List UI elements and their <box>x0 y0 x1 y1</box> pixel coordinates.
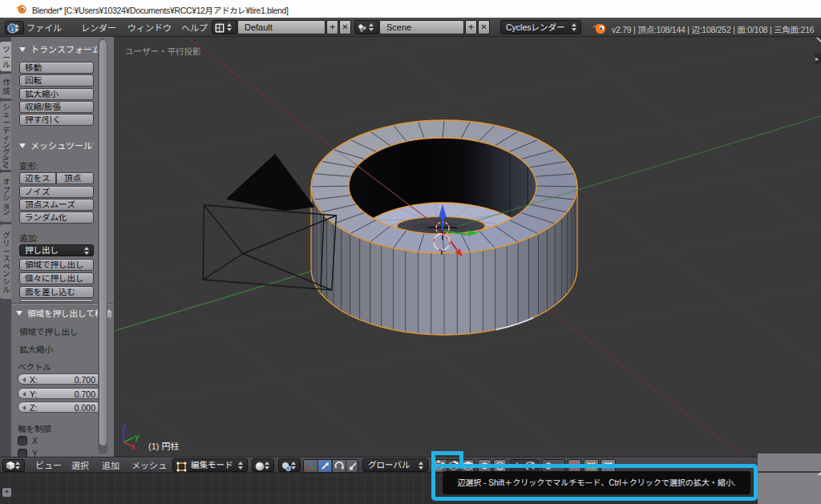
svg-text:▸: ▸ <box>815 55 819 62</box>
svg-text:x: x <box>131 442 135 451</box>
svg-text:y: y <box>135 433 140 442</box>
svg-text:z: z <box>123 422 127 431</box>
